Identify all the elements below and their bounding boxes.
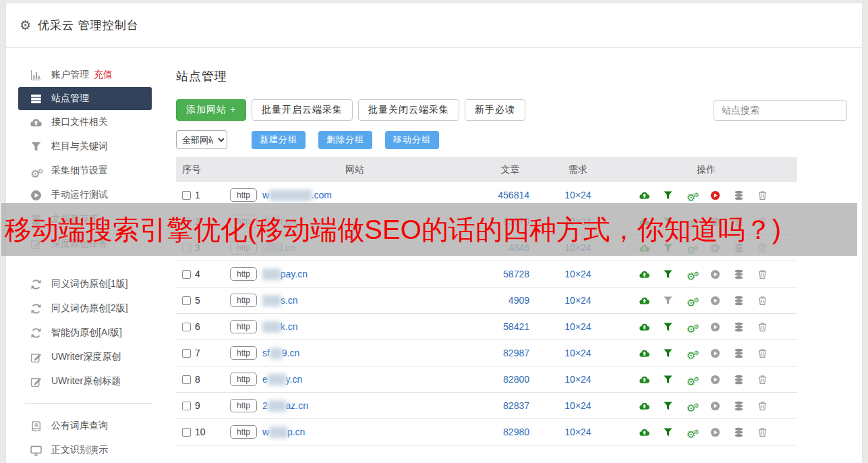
row-index: 5 [195,295,200,306]
sidebar-item-synonym-v1[interactable]: 同义词伪原创[1版] [6,272,169,296]
trash-icon[interactable] [757,190,768,200]
filter-icon[interactable] [663,269,673,279]
cloud-upload-icon[interactable] [639,375,649,385]
sidebar-item-public-thesaurus[interactable]: 公有词库查询 [6,414,169,438]
site-link[interactable]: ███pay.cn [262,269,308,279]
settings-gears-icon[interactable]: ⚙⚙ [687,427,697,437]
trash-icon[interactable] [757,427,768,437]
sidebar-item-uwriter-title[interactable]: UWriter原创标题 [6,369,169,393]
sidebar-item-ai-original[interactable]: 智能伪原创[AI版] [6,321,169,345]
run-icon[interactable] [710,296,720,306]
site-link[interactable]: 2███az.cn [262,400,308,411]
run-icon[interactable] [710,427,720,437]
funnel-icon [30,141,42,153]
filter-icon[interactable] [663,348,673,358]
cloud-upload-icon[interactable] [639,190,649,200]
sidebar-item-synonym-v2[interactable]: 同义词伪原创[2版] [6,296,169,321]
storage-icon[interactable] [734,296,744,306]
http-badge: http [230,346,257,360]
sidebar-item-label: 站点管理 [51,92,89,105]
trash-icon[interactable] [757,348,768,358]
trash-icon[interactable] [757,401,768,411]
row-checkbox[interactable] [182,402,191,410]
sidebar-item-interface-files[interactable]: 接口文件相关 [6,110,169,134]
move-group-button[interactable]: 移动分组 [385,131,439,149]
cloud-upload-icon[interactable] [639,322,649,332]
demand-value: 10×24 [541,321,615,332]
sidebar-item-account[interactable]: 账户管理 充值 [6,63,169,87]
site-link[interactable]: w███p.cn [262,427,305,437]
row-checkbox[interactable] [182,191,191,200]
filter-icon[interactable] [663,296,673,306]
storage-icon[interactable] [734,427,744,437]
settings-gears-icon[interactable]: ⚙⚙ [687,296,697,306]
col-demand: 需求 [541,164,615,176]
settings-gears-icon[interactable]: ⚙⚙ [687,348,697,358]
add-site-button[interactable]: 添加网站 + [176,99,246,121]
row-checkbox[interactable] [182,296,191,305]
demand-value: 10×24 [541,348,615,358]
storage-icon[interactable] [734,322,744,332]
trash-icon[interactable] [757,296,768,306]
site-link[interactable]: ███s.cn [262,295,297,306]
run-icon[interactable] [710,322,720,332]
filter-icon[interactable] [663,375,673,385]
new-group-button[interactable]: 新建分组 [252,131,306,149]
run-icon[interactable] [710,375,720,385]
storage-icon[interactable] [734,348,744,358]
run-icon[interactable] [710,190,720,200]
row-checkbox[interactable] [182,375,191,384]
cloud-upload-icon[interactable] [639,296,649,306]
row-checkbox[interactable] [182,428,191,437]
site-link[interactable]: w███████.com [262,190,332,200]
cloud-upload-icon[interactable] [639,269,649,279]
cloud-upload-icon[interactable] [639,401,649,411]
site-link[interactable]: sf██9.cn [262,348,299,358]
settings-gears-icon[interactable]: ⚙⚙ [687,401,697,411]
filter-icon[interactable] [663,190,673,200]
recharge-link[interactable]: 充值 [94,69,113,81]
site-search-input[interactable] [714,100,847,121]
row-checkbox[interactable] [182,349,191,358]
filter-icon[interactable] [663,322,673,332]
run-icon[interactable] [710,269,720,279]
sidebar-item-text-recognition[interactable]: 正文识别演示 [6,438,169,462]
settings-gears-icon[interactable]: ⚙⚙ [687,269,697,279]
run-icon[interactable] [710,401,720,411]
storage-icon[interactable] [734,375,744,385]
trash-icon[interactable] [757,269,768,279]
row-checkbox[interactable] [182,323,191,331]
sidebar-item-collect-settings[interactable]: ⚙⚙ 采集细节设置 [6,159,169,183]
site-link[interactable]: e███y.cn [262,374,302,385]
run-icon[interactable] [710,348,720,358]
settings-gears-icon[interactable]: ⚙⚙ [687,375,697,385]
sidebar-item-columns-keywords[interactable]: 栏目与关键词 [6,134,169,159]
site-link[interactable]: ███k.cn [262,321,297,332]
sidebar-item-uwriter-deep[interactable]: UWriter深度原创 [6,345,169,369]
settings-gears-icon[interactable]: ⚙⚙ [687,190,697,200]
row-checkbox[interactable] [182,270,191,279]
batch-close-collect-button[interactable]: 批量关闭云端采集 [358,99,459,121]
sidebar-item-label: 同义词伪原创[1版] [51,278,128,290]
toolbar-primary: 添加网站 + 批量开启云端采集 批量关闭云端采集 新手必读 [176,99,852,121]
batch-open-collect-button[interactable]: 批量开启云端采集 [252,99,353,121]
trash-icon[interactable] [757,375,768,385]
app-title: 优采云 管理控制台 [38,18,139,33]
newbie-guide-button[interactable]: 新手必读 [465,99,525,121]
filter-icon[interactable] [663,401,673,411]
settings-gears-icon[interactable]: ⚙⚙ [687,322,697,332]
storage-icon[interactable] [734,401,744,411]
cloud-upload-icon[interactable] [639,427,649,437]
filter-icon[interactable] [663,427,673,437]
delete-group-button[interactable]: 删除分组 [318,131,372,149]
storage-icon[interactable] [734,269,744,279]
masked-domain: ███ [262,295,281,306]
gear-icon: ⚙ [20,18,31,33]
cloud-upload-icon[interactable] [639,348,649,358]
storage-icon[interactable] [734,190,744,200]
article-count: 82837 [480,400,541,411]
trash-icon[interactable] [757,322,768,332]
sidebar-item-sites[interactable]: 站点管理 [18,87,152,110]
row-index: 4 [195,269,200,279]
group-filter-select[interactable]: 全部网站 [176,130,227,149]
